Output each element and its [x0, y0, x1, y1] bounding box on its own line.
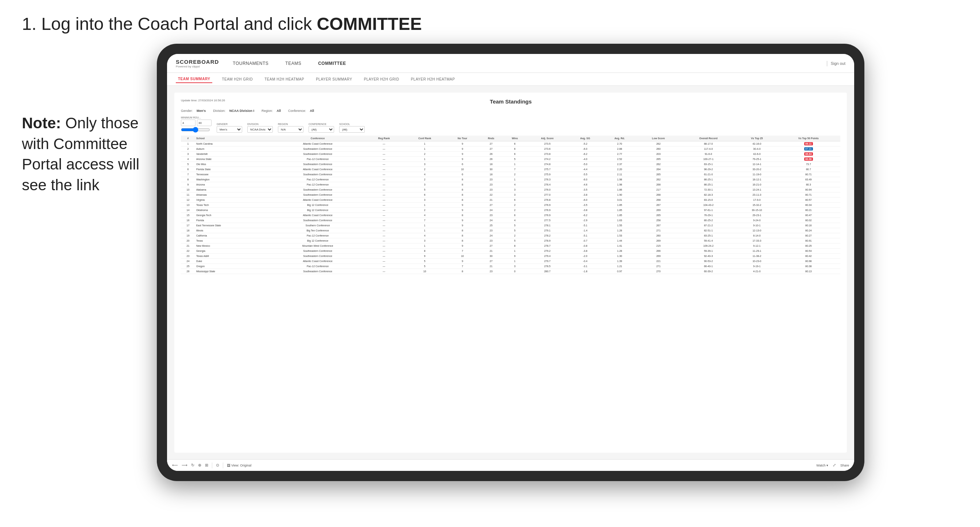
cell-ovr: 63-15-1	[680, 162, 737, 167]
cell-school: Vanderbilt	[195, 152, 271, 157]
cell-rec: 12-14-1	[737, 162, 777, 167]
region-select[interactable]: N/A	[278, 126, 304, 133]
cell-ovr: 92-40-3	[680, 254, 737, 259]
sign-out-button[interactable]: Sign out	[831, 61, 845, 66]
division-select[interactable]: NCAA Division I	[247, 126, 273, 133]
cell-pts: 89.11	[777, 141, 841, 146]
toolbar-separator-1	[212, 462, 212, 468]
cell-reg: —	[364, 269, 404, 274]
cell-ovr: 82-51-1	[680, 228, 737, 233]
cell-crank: 1	[404, 223, 446, 228]
tab-team-h2h-grid[interactable]: TEAM H2H GRID	[220, 76, 255, 83]
cell-ovr: 72-30-1	[680, 187, 737, 192]
cell-rank: 9	[181, 182, 195, 187]
cell-ovr: 96-29-2	[680, 167, 737, 172]
standings-table: # School Conference Reg Rank Conf Rank N…	[181, 136, 840, 274]
view-original-button[interactable]: 🖼 View: Original	[227, 464, 251, 467]
cell-pts: 80.25	[777, 243, 841, 249]
cell-adj: 279.4	[526, 254, 568, 259]
tab-player-summary[interactable]: PLAYER SUMMARY	[313, 76, 354, 83]
cell-sg: -4.6	[568, 182, 602, 187]
table-row: 6 Florida State Atlantic Coast Conferenc…	[181, 167, 840, 172]
tab-team-h2h-heatmap[interactable]: TEAM H2H HEATMAP	[262, 76, 306, 83]
cell-sg: -0.8	[568, 243, 602, 249]
cell-rec: 42-6-0	[737, 152, 777, 157]
cell-ovr: 87-21-2	[680, 223, 737, 228]
tab-player-h2h-heatmap[interactable]: PLAYER H2H HEATMAP	[409, 76, 457, 83]
min-val-input[interactable]	[181, 119, 196, 126]
tab-player-h2h-grid[interactable]: PLAYER H2H GRID	[362, 76, 402, 83]
cell-crank: 1	[404, 203, 446, 208]
cell-pts: 80.98	[777, 259, 841, 264]
tablet-frame: SCOREBOARD Powered by clippd TOURNAMENTS…	[157, 44, 864, 481]
cell-ntour: 8	[446, 198, 479, 203]
rounds-slider[interactable]	[181, 127, 210, 133]
toolbar-icon-2[interactable]: ⟶	[181, 463, 188, 468]
share-button[interactable]: Share	[840, 464, 849, 467]
col-wins: Wins	[503, 136, 527, 141]
toolbar-icon-expand[interactable]: ⤢	[833, 463, 836, 468]
tab-team-summary[interactable]: TEAM SUMMARY	[176, 75, 212, 83]
cell-adj: 273.5	[526, 141, 568, 146]
cell-avg: 1.28	[602, 228, 637, 233]
cell-avg: 1.41	[602, 243, 637, 249]
cell-pts: 80.71	[777, 192, 841, 198]
cell-rank: 4	[181, 157, 195, 162]
filter-gender: Gender: Men's	[181, 109, 206, 113]
step-bold-text: COMMITTEE	[317, 14, 422, 33]
cell-avg: 1.53	[602, 233, 637, 238]
table-row: 25 Oregon Pac-12 Conference — 5 7 21 3 2…	[181, 264, 840, 269]
cell-adj: 276.4	[526, 182, 568, 187]
max-val-input[interactable]	[197, 119, 212, 126]
cell-crank: 5	[404, 264, 446, 269]
cell-rank: 16	[181, 218, 195, 223]
cell-low: 217	[637, 187, 680, 192]
cell-conf: Southeastern Conference	[271, 269, 364, 274]
nav-item-tournaments[interactable]: TOURNAMENTS	[230, 59, 271, 67]
cell-school: East Tennessee State	[195, 223, 271, 228]
cell-wins: 9	[503, 254, 527, 259]
cell-low: 262	[637, 177, 680, 182]
cell-adj: 279.2	[526, 249, 568, 254]
filter-row: Gender: Men's Division: NCAA Division I …	[181, 109, 840, 113]
cell-sg: -3.1	[568, 264, 602, 269]
cell-wins: 5	[503, 238, 527, 243]
cell-adj: 276.9	[526, 213, 568, 218]
cell-wins: 2	[503, 172, 527, 177]
cell-reg: —	[364, 213, 404, 218]
cell-low: 215	[637, 243, 680, 249]
cell-reg: —	[364, 203, 404, 208]
table-row: 26 Mississippi State Southeastern Confer…	[181, 269, 840, 274]
view-label: View: Original	[231, 464, 251, 467]
nav-item-committee[interactable]: COMMITTEE	[315, 59, 349, 67]
school-select[interactable]: (All)	[339, 126, 365, 133]
toolbar-icon-5[interactable]: ⊞	[205, 463, 208, 468]
cell-ovr: 117-4-0	[680, 146, 737, 152]
toolbar-icon-1[interactable]: ⟵	[172, 463, 178, 468]
cell-wins: 6	[503, 213, 527, 218]
cell-school: Oregon	[195, 264, 271, 269]
watch-button[interactable]: Watch ▾	[816, 464, 828, 467]
cell-rnds: 21	[479, 198, 503, 203]
gender-select[interactable]: Men's	[216, 126, 242, 133]
cell-school: Duke	[195, 259, 271, 264]
cell-ovr: 76-29-1	[680, 213, 737, 218]
cell-reg: —	[364, 157, 404, 162]
toolbar-icon-4[interactable]: ⊕	[198, 463, 201, 468]
toolbar-icon-6[interactable]: ⊙	[216, 463, 219, 468]
table-row: 18 Illinois Big Ten Conference — 1 8 23 …	[181, 228, 840, 233]
cell-ntour: 8	[446, 233, 479, 238]
cell-reg: —	[364, 228, 404, 233]
cell-school: Alabama	[195, 187, 271, 192]
toolbar-icon-3[interactable]: ↻	[191, 463, 194, 468]
cell-rank: 22	[181, 249, 195, 254]
cell-low: 260	[637, 146, 680, 152]
cell-crank: 1	[404, 141, 446, 146]
cell-ovr: 83-25-1	[680, 233, 737, 238]
cell-rank: 10	[181, 187, 195, 192]
cell-rnds: 30	[479, 167, 503, 172]
nav-item-teams[interactable]: TEAMS	[282, 59, 304, 67]
conference-select[interactable]: (All)	[309, 126, 334, 133]
division-label: Division:	[213, 109, 225, 113]
cell-school: New Mexico	[195, 243, 271, 249]
